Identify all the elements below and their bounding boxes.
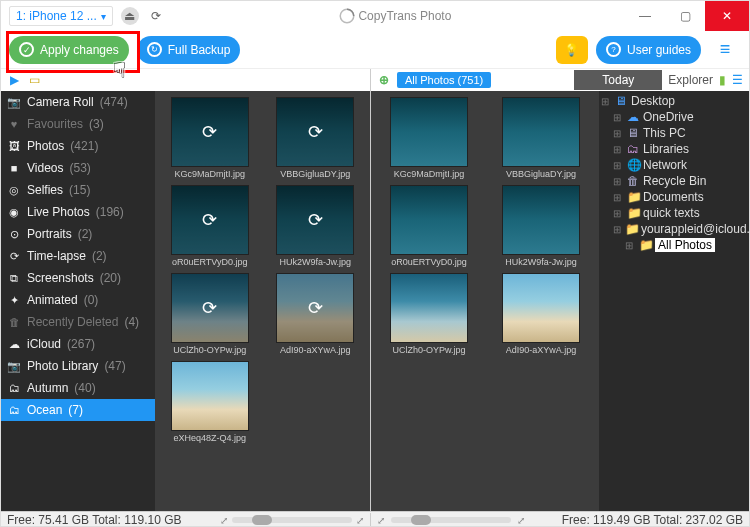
- tree-toggle-icon[interactable]: ⊞: [625, 240, 635, 251]
- thumbnail[interactable]: oR0uERTVyD0.jpg: [375, 185, 483, 267]
- pc-panel: ⊕ All Photos (751) Today Explorer ▮ ☰ KG…: [371, 69, 749, 511]
- thumbnail[interactable]: eXHeq48Z-Q4.jpg: [159, 361, 261, 443]
- tree-toggle-icon[interactable]: ⊞: [613, 192, 623, 203]
- tree-node-icon: 🗂: [627, 142, 639, 156]
- tree-toggle-icon[interactable]: ⊞: [613, 208, 623, 219]
- all-photos-chip[interactable]: All Photos (751): [397, 72, 491, 88]
- add-icon[interactable]: ⊕: [377, 73, 391, 87]
- thumbnail[interactable]: AdI90-aXYwA.jpg: [487, 273, 595, 355]
- sync-icon: ⟳: [277, 186, 353, 254]
- expand-icon[interactable]: ⤢: [220, 515, 228, 526]
- tree-item[interactable]: ⊞📁yourappleid@icloud.com's: [599, 221, 749, 237]
- album-count: (421): [70, 139, 98, 153]
- tree-icon[interactable]: ☰: [732, 73, 743, 87]
- album-count: (196): [96, 205, 124, 219]
- zoom-slider-2[interactable]: [391, 517, 511, 523]
- tree-item[interactable]: ⊞📁quick texts: [599, 205, 749, 221]
- full-backup-button[interactable]: ↻ Full Backup: [137, 36, 241, 64]
- sidebar-item[interactable]: ⟳Time-lapse (2): [1, 245, 155, 267]
- album-count: (3): [89, 117, 104, 131]
- tree-toggle-icon[interactable]: ⊞: [613, 224, 621, 235]
- play-icon[interactable]: ▶: [7, 73, 21, 87]
- expand-icon-3[interactable]: ⤢: [377, 515, 385, 526]
- albums-sidebar[interactable]: 📷Camera Roll (474)♥Favourites (3)🖼Photos…: [1, 91, 155, 511]
- thumbnail[interactable]: ⟳KGc9MaDmjtI.jpg: [159, 97, 261, 179]
- apply-changes-button[interactable]: ✓ Apply changes: [9, 36, 129, 64]
- tree-node-icon: 📁: [627, 206, 639, 220]
- album-icon: 🗑: [7, 316, 21, 328]
- thumbnail[interactable]: ⟳AdI90-aXYwA.jpg: [265, 273, 367, 355]
- app-logo: CopyTrans Photo: [338, 7, 451, 25]
- album-icon: ⊙: [7, 228, 21, 241]
- thumbnail-image: [171, 361, 249, 431]
- tree-toggle-icon[interactable]: ⊞: [601, 96, 611, 107]
- tree-item[interactable]: ⊞🖥This PC: [599, 125, 749, 141]
- maximize-button[interactable]: ▢: [665, 1, 705, 31]
- thumbnail[interactable]: VBBGigluaDY.jpg: [487, 97, 595, 179]
- thumbnail[interactable]: ⟳VBBGigluaDY.jpg: [265, 97, 367, 179]
- minimize-button[interactable]: —: [625, 1, 665, 31]
- sidebar-item[interactable]: ♥Favourites (3): [1, 113, 155, 135]
- sidebar-item[interactable]: ◉Live Photos (196): [1, 201, 155, 223]
- user-guides-button[interactable]: ? User guides: [596, 36, 701, 64]
- tree-item[interactable]: ⊞🌐Network: [599, 157, 749, 173]
- album-label: iCloud: [27, 337, 61, 351]
- device-selector[interactable]: 1: iPhone 12 ... ▾: [9, 6, 113, 26]
- sidebar-item[interactable]: 📷Photo Library (47): [1, 355, 155, 377]
- album-label: Autumn: [27, 381, 68, 395]
- tree-item[interactable]: ⊞🗑Recycle Bin: [599, 173, 749, 189]
- expand-icon-4[interactable]: ⤢: [517, 515, 525, 526]
- album-count: (53): [69, 161, 90, 175]
- sidebar-item[interactable]: 🗑Recently Deleted (4): [1, 311, 155, 333]
- tree-toggle-icon[interactable]: ⊞: [613, 144, 623, 155]
- refresh-icon[interactable]: ⟳: [147, 7, 165, 25]
- tree-item[interactable]: ⊞☁OneDrive: [599, 109, 749, 125]
- expand-icon-2[interactable]: ⤢: [356, 515, 364, 526]
- sidebar-item[interactable]: ⧉Screenshots (20): [1, 267, 155, 289]
- thumbnail[interactable]: ⟳UClZh0-OYPw.jpg: [159, 273, 261, 355]
- sidebar-item[interactable]: 🖼Photos (421): [1, 135, 155, 157]
- chevron-down-icon: ▾: [101, 11, 106, 22]
- album-count: (47): [104, 359, 125, 373]
- sidebar-item[interactable]: 🗂Ocean (7): [1, 399, 155, 421]
- device-storage: Free: 75.41 GB Total: 119.10 GB: [7, 513, 182, 527]
- tree-toggle-icon[interactable]: ⊞: [613, 160, 623, 171]
- thumbnail[interactable]: ⟳oR0uERTVyD0.jpg: [159, 185, 261, 267]
- tree-toggle-icon[interactable]: ⊞: [613, 176, 623, 187]
- eject-icon[interactable]: ⏏: [121, 7, 139, 25]
- pc-thumbnails[interactable]: KGc9MaDmjtI.jpgVBBGigluaDY.jpgoR0uERTVyD…: [371, 91, 599, 511]
- album-icon: 🖼: [7, 140, 21, 152]
- thumbnail-filename: VBBGigluaDY.jpg: [280, 169, 350, 179]
- tree-node-icon: 📁: [627, 190, 639, 204]
- thumbnail[interactable]: ⟳HUk2W9fa-Jw.jpg: [265, 185, 367, 267]
- thumbnail[interactable]: KGc9MaDmjtI.jpg: [375, 97, 483, 179]
- sidebar-item[interactable]: ✦Animated (0): [1, 289, 155, 311]
- zoom-slider[interactable]: [232, 517, 352, 523]
- folder-icon[interactable]: ▮: [719, 73, 726, 87]
- sidebar-item[interactable]: 📷Camera Roll (474): [1, 91, 155, 113]
- sidebar-item[interactable]: ☁iCloud (267): [1, 333, 155, 355]
- sidebar-item[interactable]: ■Videos (53): [1, 157, 155, 179]
- close-button[interactable]: ✕: [705, 1, 749, 31]
- album-count: (20): [100, 271, 121, 285]
- tree-item[interactable]: ⊞🗂Libraries: [599, 141, 749, 157]
- tips-button[interactable]: 💡: [556, 36, 588, 64]
- thumbnail-image: [502, 97, 580, 167]
- tree-node-icon: 🌐: [627, 158, 639, 172]
- album-count: (267): [67, 337, 95, 351]
- thumbnail[interactable]: UClZh0-OYPw.jpg: [375, 273, 483, 355]
- explorer-tree[interactable]: ⊞🖥Desktop⊞☁OneDrive⊞🖥This PC⊞🗂Libraries⊞…: [599, 91, 749, 511]
- tree-item[interactable]: ⊞📁Documents: [599, 189, 749, 205]
- tree-item[interactable]: ⊞📁All Photos: [599, 237, 749, 253]
- thumbnail[interactable]: HUk2W9fa-Jw.jpg: [487, 185, 595, 267]
- tree-item[interactable]: ⊞🖥Desktop: [599, 93, 749, 109]
- tree-toggle-icon[interactable]: ⊞: [613, 112, 623, 123]
- menu-button[interactable]: ≡: [709, 36, 741, 64]
- picture-icon[interactable]: ▭: [27, 73, 41, 87]
- tree-toggle-icon[interactable]: ⊞: [613, 128, 623, 139]
- sidebar-item[interactable]: 🗂Autumn (40): [1, 377, 155, 399]
- sync-icon: ⟳: [172, 274, 248, 342]
- sidebar-item[interactable]: ⊙Portraits (2): [1, 223, 155, 245]
- sidebar-item[interactable]: ◎Selfies (15): [1, 179, 155, 201]
- device-thumbnails[interactable]: ⟳KGc9MaDmjtI.jpg⟳VBBGigluaDY.jpg⟳oR0uERT…: [155, 91, 370, 511]
